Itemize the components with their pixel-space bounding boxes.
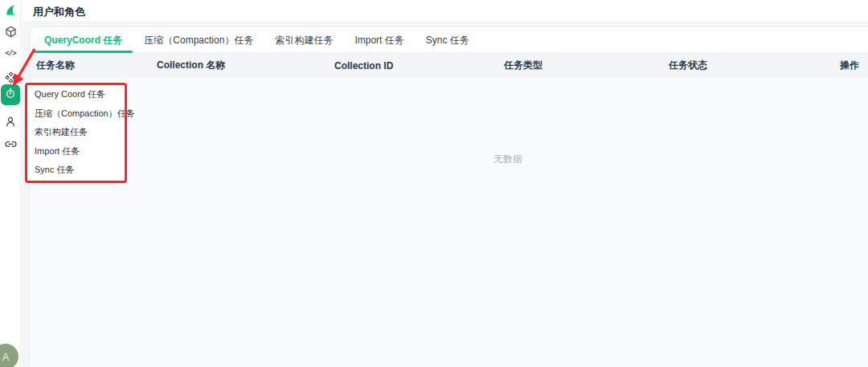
tab-label: Import 任务	[354, 35, 403, 46]
tasks-dropdown-menu: Query Coord 任务 压缩（Compaction）任务 索引构建任务 I…	[27, 85, 125, 180]
active-tab-underline	[34, 51, 133, 53]
column-header-task-name: 任务名称	[30, 59, 157, 72]
menu-item-query-coord-tasks[interactable]: Query Coord 任务	[27, 85, 125, 104]
nodes-icon[interactable]	[0, 70, 21, 84]
app-window: </>	[0, 0, 868, 367]
stopwatch-icon	[5, 88, 16, 102]
avatar-letter: A	[2, 351, 10, 363]
table-body: 无数据	[30, 78, 868, 367]
milvus-logo-icon[interactable]	[0, 2, 21, 18]
content-card: QueryCoord 任务 压缩（Compaction）任务 索引构建任务 Im…	[29, 27, 868, 367]
column-header-collection-name: Collection 名称	[157, 59, 334, 72]
empty-state-text: 无数据	[493, 153, 522, 166]
tab-label: Sync 任务	[426, 35, 469, 46]
menu-item-sync-tasks[interactable]: Sync 任务	[27, 161, 125, 180]
user-icon[interactable]	[0, 114, 21, 128]
topbar: 用户和角色	[22, 0, 868, 22]
column-header-task-type: 任务类型	[504, 59, 669, 72]
column-header-task-status: 任务状态	[669, 59, 813, 72]
tab-label: 压缩（Compaction）任务	[144, 35, 253, 46]
sidebar: </>	[0, 0, 21, 367]
menu-item-import-tasks[interactable]: Import 任务	[27, 142, 125, 161]
column-header-collection-id: Collection ID	[334, 60, 504, 71]
link-icon[interactable]	[0, 137, 21, 151]
tab-index-build-tasks[interactable]: 索引构建任务	[275, 27, 333, 53]
menu-item-compaction-tasks[interactable]: 压缩（Compaction）任务	[27, 104, 125, 124]
table-header-row: 任务名称 Collection 名称 Collection ID 任务类型 任务…	[30, 53, 868, 78]
tab-label: 索引构建任务	[275, 35, 333, 46]
page-title: 用户和角色	[33, 5, 85, 19]
tab-bar: QueryCoord 任务 压缩（Compaction）任务 索引构建任务 Im…	[30, 27, 868, 53]
code-icon[interactable]: </>	[0, 47, 21, 61]
tab-label: QueryCoord 任务	[44, 35, 122, 46]
sidebar-item-tasks-active[interactable]	[1, 84, 20, 105]
tab-sync-tasks[interactable]: Sync 任务	[426, 27, 469, 53]
tab-querycoord-tasks[interactable]: QueryCoord 任务	[44, 27, 122, 53]
tab-import-tasks[interactable]: Import 任务	[354, 27, 403, 53]
menu-item-index-build-tasks[interactable]: 索引构建任务	[27, 123, 125, 142]
column-header-actions: 操作	[813, 59, 868, 72]
database-icon[interactable]	[0, 24, 21, 39]
tab-compaction-tasks[interactable]: 压缩（Compaction）任务	[144, 27, 253, 53]
